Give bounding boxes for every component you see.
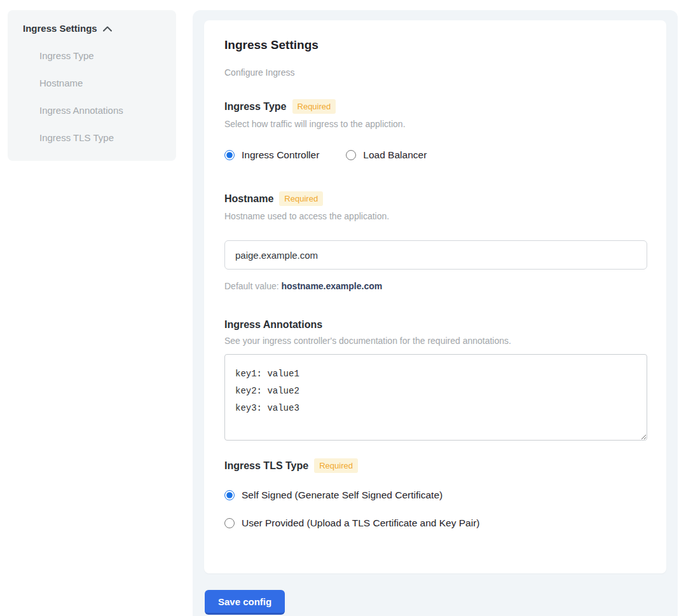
save-config-button[interactable]: Save config [205, 590, 285, 615]
config-card: Ingress Settings Configure Ingress Ingre… [204, 20, 666, 573]
self-signed-radio[interactable] [224, 490, 235, 500]
section-hostname: Hostname Required Hostname used to acces… [224, 191, 647, 291]
sidebar-item-ingress-type[interactable]: Ingress Type [39, 50, 166, 61]
sidebar-item-hostname[interactable]: Hostname [39, 78, 166, 88]
sidebar-group-header-ingress-settings[interactable]: Ingress Settings [23, 23, 166, 34]
hostname-heading-row: Hostname Required [224, 191, 647, 206]
sidebar-item-ingress-tls-type[interactable]: Ingress TLS Type [39, 132, 166, 143]
annotations-heading-row: Ingress Annotations [224, 319, 647, 331]
required-badge: Required [314, 458, 358, 473]
hostname-default-line: Default value: hostname.example.com [224, 281, 647, 291]
config-groups-sidebar: Ingress Settings Ingress Type Hostname I… [8, 10, 176, 161]
sidebar-group-title: Ingress Settings [23, 23, 97, 34]
hostname-input[interactable] [224, 240, 647, 270]
required-badge: Required [292, 99, 336, 114]
page-title: Ingress Settings [224, 38, 647, 52]
sidebar-item-list: Ingress Type Hostname Ingress Annotation… [23, 50, 166, 143]
ingress-type-heading-row: Ingress Type Required [224, 99, 647, 114]
hostname-heading: Hostname [224, 193, 273, 205]
radio-label[interactable]: Ingress Controller [242, 149, 319, 161]
radio-option-ingress-controller[interactable]: Ingress Controller [224, 149, 319, 161]
required-badge: Required [279, 191, 323, 206]
ingress-controller-radio[interactable] [224, 150, 235, 160]
config-page: Ingress Settings Ingress Type Hostname I… [0, 0, 693, 616]
config-main-panel: Ingress Settings Configure Ingress Ingre… [193, 10, 678, 616]
page-subtitle: Configure Ingress [224, 67, 647, 78]
radio-label[interactable]: Load Balancer [363, 149, 427, 161]
user-provided-radio[interactable] [224, 518, 235, 528]
tls-heading: Ingress TLS Type [224, 460, 308, 472]
hostname-help-text: Hostname used to access the application. [224, 211, 647, 221]
annotations-heading: Ingress Annotations [224, 319, 322, 331]
radio-label[interactable]: Self Signed (Generate Self Signed Certif… [242, 489, 443, 501]
ingress-type-help-text: Select how traffic will ingress to the a… [224, 119, 647, 129]
section-ingress-tls-type: Ingress TLS Type Required Self Signed (G… [224, 458, 647, 529]
chevron-up-icon[interactable] [103, 23, 112, 34]
default-value-text: hostname.example.com [282, 281, 383, 291]
annotations-help-text: See your ingress controller's documentat… [224, 336, 647, 346]
radio-option-self-signed[interactable]: Self Signed (Generate Self Signed Certif… [224, 489, 647, 501]
sidebar-item-ingress-annotations[interactable]: Ingress Annotations [39, 105, 166, 116]
tls-radio-group: Self Signed (Generate Self Signed Certif… [224, 489, 647, 529]
radio-option-user-provided[interactable]: User Provided (Upload a TLS Certificate … [224, 517, 647, 529]
ingress-type-heading: Ingress Type [224, 101, 287, 113]
annotations-textarea[interactable]: key1: value1 key2: value2 key3: value3 [224, 354, 647, 441]
default-value-prefix: Default value: [224, 281, 282, 291]
load-balancer-radio[interactable] [346, 150, 356, 160]
radio-label[interactable]: User Provided (Upload a TLS Certificate … [242, 517, 479, 529]
ingress-type-radio-group: Ingress Controller Load Balancer [224, 149, 647, 161]
section-ingress-annotations: Ingress Annotations See your ingress con… [224, 319, 647, 441]
section-ingress-type: Ingress Type Required Select how traffic… [224, 99, 647, 161]
radio-option-load-balancer[interactable]: Load Balancer [346, 149, 427, 161]
tls-heading-row: Ingress TLS Type Required [224, 458, 647, 473]
